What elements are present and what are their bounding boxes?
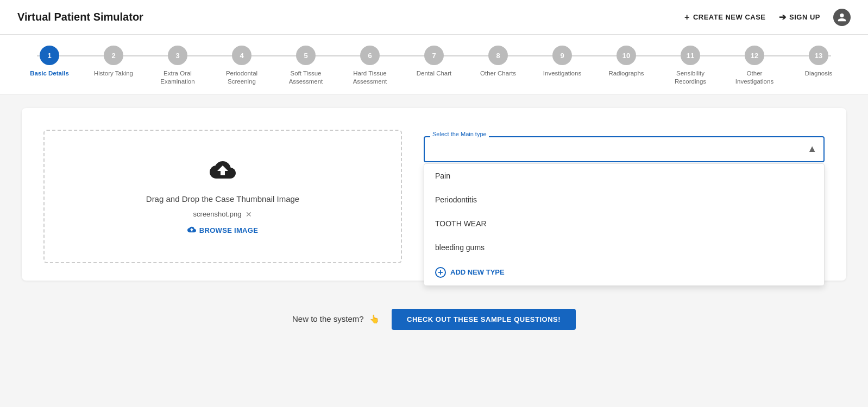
add-circle-icon: +	[435, 267, 446, 278]
plus-icon: +	[684, 12, 690, 22]
upload-cloud-icon	[210, 157, 236, 188]
add-new-type-button[interactable]: + ADD NEW TYPE	[424, 259, 824, 285]
step-5[interactable]: 5 Soft Tissue Assessment	[274, 46, 338, 86]
step-circle-6: 6	[360, 46, 380, 65]
step-circle-5: 5	[296, 46, 316, 65]
sign-in-icon: ➔	[779, 12, 787, 22]
main-type-select[interactable]: ▲	[424, 136, 825, 162]
step-circle-13: 13	[809, 46, 828, 65]
step-9[interactable]: 9 Investigations	[530, 46, 594, 78]
user-avatar[interactable]	[833, 9, 851, 26]
main-content: Drag and Drop the Case Thumbnail Image s…	[0, 95, 868, 294]
step-2[interactable]: 2 History Taking	[81, 46, 146, 78]
browse-image-button[interactable]: BROWSE IMAGE	[187, 225, 258, 236]
step-6[interactable]: 6 Hard Tissue Assessment	[338, 46, 402, 86]
upload-area[interactable]: Drag and Drop the Case Thumbnail Image s…	[43, 130, 402, 263]
main-card: Drag and Drop the Case Thumbnail Image s…	[22, 108, 846, 281]
option-tooth-wear[interactable]: TOOTH WEAR	[424, 212, 824, 236]
sample-questions-button[interactable]: CHECK OUT THESE SAMPLE QUESTIONS!	[392, 309, 576, 330]
step-circle-1: 1	[40, 46, 59, 65]
header-actions: + CREATE NEW CASE ➔ SIGN UP	[684, 9, 851, 26]
step-label-3: Extra Oral Examination	[153, 69, 202, 86]
footer: New to the system? 👆 CHECK OUT THESE SAM…	[0, 294, 868, 345]
step-circle-12: 12	[745, 46, 764, 65]
step-label-6: Hard Tissue Assessment	[345, 69, 394, 86]
step-circle-3: 3	[168, 46, 187, 65]
step-circle-7: 7	[424, 46, 444, 65]
step-label-10: Radiographs	[608, 69, 644, 78]
create-new-case-button[interactable]: + CREATE NEW CASE	[684, 12, 766, 22]
step-label-5: Soft Tissue Assessment	[281, 69, 330, 86]
step-11[interactable]: 11 Sensibility Recordings	[658, 46, 722, 86]
step-label-13: Diagnosis	[805, 69, 833, 78]
step-7[interactable]: 7 Dental Chart	[402, 46, 466, 78]
option-bleeding-gums[interactable]: bleeding gums	[424, 236, 824, 259]
sign-up-button[interactable]: ➔ SIGN UP	[779, 12, 820, 22]
step-label-8: Other Charts	[480, 69, 516, 78]
drag-drop-label: Drag and Drop the Case Thumbnail Image	[146, 194, 299, 204]
select-section: Select the Main type ▲ Pain Periodontiti…	[424, 130, 825, 162]
step-label-4: Periodontal Screening	[217, 69, 266, 86]
stepper-container: 1 Basic Details 2 History Taking 3 Extra…	[0, 35, 868, 95]
step-3[interactable]: 3 Extra Oral Examination	[146, 46, 210, 86]
remove-file-button[interactable]: ✕	[246, 210, 252, 219]
option-periodontitis[interactable]: Periodontitis	[424, 188, 824, 212]
app-header: Virtual Patient Simulator + CREATE NEW C…	[0, 0, 868, 35]
step-circle-8: 8	[488, 46, 508, 65]
step-label-2: History Taking	[94, 69, 133, 78]
step-circle-4: 4	[232, 46, 251, 65]
step-label-7: Dental Chart	[417, 69, 452, 78]
footer-emoji: 👆	[369, 314, 380, 323]
footer-text: New to the system?	[292, 314, 364, 323]
step-label-11: Sensibility Recordings	[666, 69, 715, 86]
step-13[interactable]: 13 Diagnosis	[787, 46, 851, 78]
step-circle-2: 2	[104, 46, 123, 65]
step-label-12: Other Investigations	[730, 69, 779, 86]
step-label-1: Basic Details	[30, 69, 69, 78]
step-4[interactable]: 4 Periodontal Screening	[210, 46, 274, 86]
select-wrapper: Select the Main type ▲ Pain Periodontiti…	[424, 136, 825, 162]
dropdown-menu: Pain Periodontitis TOOTH WEAR bleeding g…	[424, 163, 825, 286]
chevron-up-icon: ▲	[807, 143, 817, 155]
step-1[interactable]: 1 Basic Details	[17, 46, 81, 78]
app-title: Virtual Patient Simulator	[17, 11, 143, 23]
content-row: Drag and Drop the Case Thumbnail Image s…	[43, 130, 825, 263]
step-12[interactable]: 12 Other Investigations	[722, 46, 787, 86]
step-circle-10: 10	[617, 46, 636, 65]
select-label: Select the Main type	[430, 131, 489, 137]
browse-upload-icon	[187, 225, 196, 236]
step-10[interactable]: 10 Radiographs	[594, 46, 658, 78]
uploaded-filename: screenshot.png ✕	[193, 210, 253, 219]
step-8[interactable]: 8 Other Charts	[466, 46, 530, 78]
step-label-9: Investigations	[543, 69, 581, 78]
stepper: 1 Basic Details 2 History Taking 3 Extra…	[17, 46, 851, 86]
step-circle-11: 11	[681, 46, 700, 65]
option-pain[interactable]: Pain	[424, 164, 824, 188]
step-circle-9: 9	[552, 46, 572, 65]
